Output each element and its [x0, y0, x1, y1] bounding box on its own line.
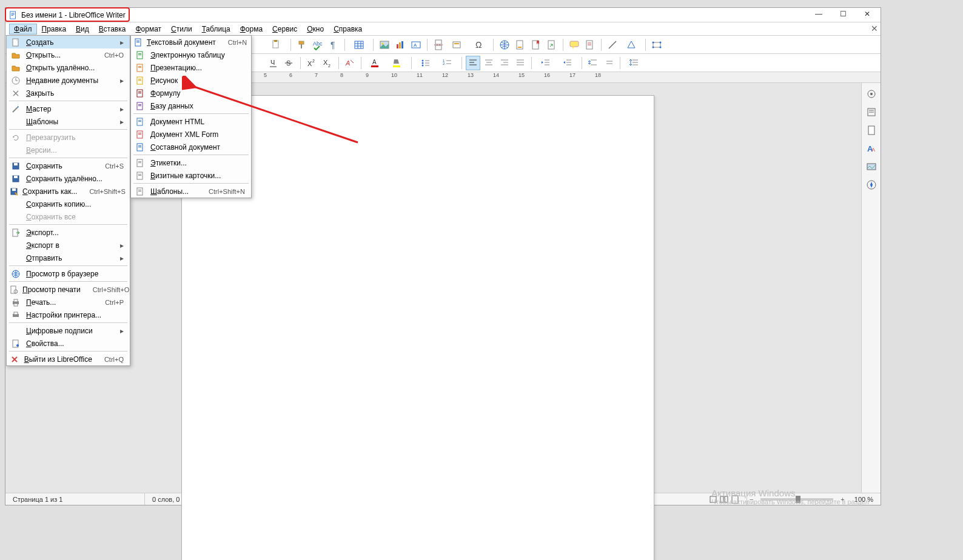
svg-rect-23 — [435, 45, 441, 50]
menu-item-31[interactable]: Выйти из LibreOfficeCtrl+Q — [7, 353, 130, 365]
menu-item-4[interactable]: Закрыть — [7, 87, 130, 99]
submenu-item-2[interactable]: Презентацию... — [131, 61, 251, 74]
image-button[interactable] — [377, 38, 392, 52]
strikethrough-button[interactable]: S — [282, 56, 297, 70]
indent-inc-button[interactable] — [535, 56, 556, 70]
subscript-button[interactable]: X2 — [320, 56, 335, 70]
menu-item-12[interactable]: СохранитьCtrl+S — [7, 159, 130, 172]
paraspace-dec-button[interactable] — [602, 56, 616, 70]
menu-вставка[interactable]: Вставка — [94, 24, 131, 35]
sidebar-gallery-icon[interactable] — [864, 159, 879, 174]
document-page[interactable] — [181, 95, 654, 560]
sidebar-properties-icon[interactable] — [864, 105, 879, 119]
menu-item-26[interactable]: Настройки принтера... — [7, 308, 130, 321]
menu-файл[interactable]: Файл — [9, 24, 37, 35]
spellcheck-button[interactable]: Abc — [310, 38, 325, 52]
submenu-item-9[interactable]: Составной документ — [131, 141, 251, 153]
menu-форма[interactable]: Форма — [235, 24, 267, 35]
sidebar-settings-icon[interactable] — [864, 87, 879, 101]
submenu-item-3[interactable]: Рисунок — [131, 74, 251, 87]
menu-item-18[interactable]: Экспорт... — [7, 226, 130, 239]
menu-item-19[interactable]: Экспорт в▸ — [7, 239, 130, 252]
underline-button[interactable]: Ч — [266, 56, 281, 70]
comment-button[interactable] — [567, 38, 582, 52]
submenu-item-8[interactable]: Документ XML Form — [131, 128, 251, 141]
menu-item-6[interactable]: Мастер▸ — [7, 102, 130, 115]
menu-формат[interactable]: Формат — [130, 24, 166, 35]
menu-item-29[interactable]: Свойства... — [7, 337, 130, 350]
submenu-item-11[interactable]: Этикетки... — [131, 156, 251, 169]
clone-format-button[interactable] — [295, 38, 309, 52]
submenu-item-12[interactable]: Визитные карточки... — [131, 169, 251, 182]
crossref-button[interactable] — [545, 38, 559, 52]
submenu-item-14[interactable]: Шаблоны...Ctrl+Shift+N — [131, 185, 251, 198]
menu-item-14[interactable]: Сохранить как...Ctrl+Shift+S — [7, 185, 130, 198]
submenu-item-4[interactable]: Формулу — [131, 87, 251, 99]
field-button[interactable] — [447, 38, 468, 52]
menu-item-9: Перезагрузить — [7, 131, 130, 144]
minimize-button[interactable]: — — [807, 8, 831, 20]
svg-rect-158 — [138, 191, 141, 192]
superscript-button[interactable]: X2 — [304, 56, 319, 70]
hyperlink-button[interactable] — [497, 38, 512, 52]
menu-item-7[interactable]: Шаблоны▸ — [7, 115, 130, 128]
menu-справка[interactable]: Справка — [329, 24, 367, 35]
align-center-button[interactable] — [481, 56, 496, 70]
submenu-item-7[interactable]: Документ HTML — [131, 115, 251, 128]
close-document-button[interactable]: ✕ — [871, 24, 878, 33]
shapes-button[interactable] — [621, 38, 642, 52]
menu-item-25[interactable]: Печать...Ctrl+P — [7, 296, 130, 308]
menu-стили[interactable]: Стили — [166, 24, 197, 35]
menu-item-13[interactable]: Сохранить удалённо... — [7, 172, 130, 185]
fontcolor-button[interactable]: A — [365, 56, 386, 70]
line-button[interactable] — [605, 38, 620, 52]
pagebreak-button[interactable] — [431, 38, 446, 52]
paraspace-inc-button[interactable] — [586, 56, 600, 70]
menu-окно[interactable]: Окно — [302, 24, 329, 35]
trackchanges-button[interactable] — [583, 38, 597, 52]
bookmark-button[interactable] — [529, 38, 543, 52]
menu-item-0[interactable]: Создать▸ — [7, 36, 130, 48]
chart-button[interactable] — [393, 38, 408, 52]
menu-item-1[interactable]: Открыть...Ctrl+O — [7, 48, 130, 61]
table-button[interactable] — [349, 38, 369, 52]
svg-text:Ω: Ω — [475, 40, 481, 50]
menu-таблица[interactable]: Таблица — [197, 24, 235, 35]
indent-dec-button[interactable] — [557, 56, 578, 70]
highlight-button[interactable] — [387, 56, 408, 70]
numbering-button[interactable]: 12 — [437, 56, 458, 70]
menu-item-22[interactable]: Просмотр в браузере — [7, 267, 130, 280]
linespacing-button[interactable] — [624, 56, 645, 70]
align-left-button[interactable] — [466, 56, 480, 70]
create-submenu-dropdown: Текстовый документCtrl+NЭлектронную табл… — [130, 35, 252, 198]
submenu-item-0[interactable]: Текстовый документCtrl+N — [131, 36, 251, 48]
footnote-button[interactable] — [513, 38, 528, 52]
paste-button[interactable] — [266, 38, 287, 52]
menu-item-2[interactable]: Открыть удалённо... — [7, 61, 130, 74]
menu-item-20[interactable]: Отправить▸ — [7, 252, 130, 264]
clearformat-button[interactable]: A — [343, 56, 357, 70]
close-button[interactable]: ✕ — [855, 8, 879, 20]
submenu-item-1[interactable]: Электронную таблицу — [131, 48, 251, 61]
align-right-button[interactable] — [497, 56, 512, 70]
sidebar-page-icon[interactable] — [864, 123, 879, 138]
align-justify-button[interactable] — [513, 56, 528, 70]
bullets-button[interactable] — [415, 56, 436, 70]
specialchar-button[interactable]: Ω — [469, 38, 489, 52]
menu-item-3[interactable]: Недавние документы▸ — [7, 74, 130, 87]
svg-rect-125 — [136, 42, 139, 42]
menu-item-28[interactable]: Цифровые подписи▸ — [7, 324, 130, 337]
sidebar-navigator-icon[interactable] — [864, 178, 879, 192]
maximize-button[interactable]: ☐ — [831, 8, 855, 20]
menu-правка[interactable]: Правка — [37, 24, 72, 35]
menu-сервис[interactable]: Сервис — [267, 24, 302, 35]
submenu-item-5[interactable]: Базу данных — [131, 99, 251, 112]
pilcrow-button[interactable]: ¶ — [326, 38, 341, 52]
menu-вид[interactable]: Вид — [71, 24, 94, 35]
sidebar-styles-icon[interactable]: AA — [864, 141, 879, 156]
menu-item-24[interactable]: Просмотр печатиCtrl+Shift+O — [7, 283, 130, 296]
menu-item-15[interactable]: Сохранить копию... — [7, 198, 130, 210]
status-page[interactable]: Страница 1 из 1 — [5, 493, 145, 505]
drawfunc-button[interactable] — [649, 38, 664, 52]
textbox-button[interactable]: A — [409, 38, 423, 52]
